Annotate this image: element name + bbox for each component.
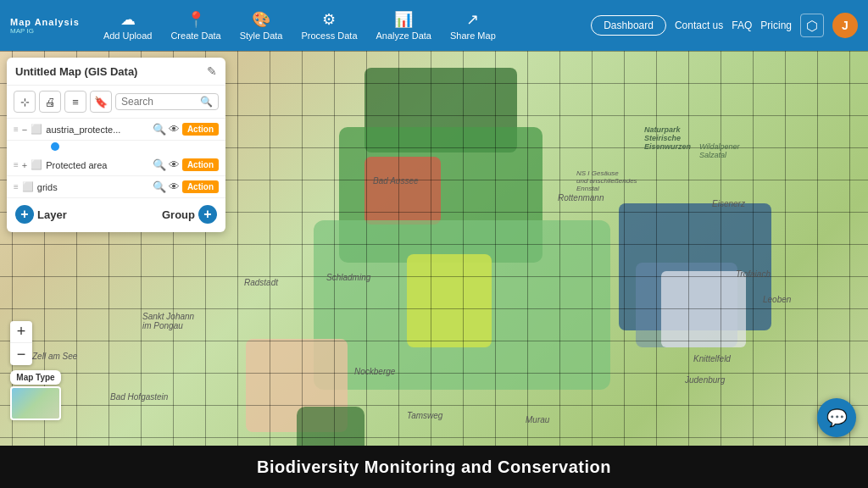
layer-name-1: austria_protecte... (46, 125, 149, 135)
drag-handle-3[interactable]: ≡ (14, 182, 19, 191)
cube-icon[interactable]: ⬡ (800, 14, 824, 37)
logo-area: Map Analysis MAP IG (10, 17, 80, 35)
bottom-title: Biodiversity Monitoring and Conservation (257, 458, 611, 477)
chat-button[interactable]: 💬 (817, 398, 856, 437)
map-controls: + − Map Type (10, 321, 61, 420)
topbar: Map Analysis MAP IG ☁ Add Upload 📍 Creat… (0, 0, 868, 51)
user-avatar[interactable]: J (832, 13, 858, 38)
layer-add-circle: + (15, 205, 34, 224)
bottom-bar: Biodiversity Monitoring and Conservation (0, 446, 868, 488)
nav-style-data-label: Style Data (240, 30, 283, 41)
panel-header: Untitled Map (GIS Data) ✎ (7, 58, 225, 86)
eye-icon-3[interactable]: 👁 (169, 180, 180, 193)
layer-row-protected: ≡ + ⬜ Protected area 🔍 👁 Action (7, 154, 225, 176)
nav-analyze-data-label: Analyze Data (376, 30, 431, 41)
search-layer-icon-1[interactable]: 🔍 (153, 123, 166, 136)
layer-label: Layer (37, 208, 67, 221)
polygon-icon-2: ⬜ (31, 159, 42, 170)
toolbar-row: ⊹ 🖨 ≡ 🔖 🔍 (7, 86, 225, 119)
edit-icon[interactable]: ✎ (207, 64, 217, 78)
color-dot-1 (51, 142, 59, 151)
zoom-buttons: + − (10, 321, 32, 365)
faq-link[interactable]: FAQ (732, 19, 752, 31)
search-layer-icon-3[interactable]: 🔍 (153, 180, 166, 193)
action-button-2[interactable]: Action (182, 158, 219, 171)
nav-style-data[interactable]: 🎨 Style Data (231, 7, 292, 44)
layer-actions-1: 🔍 👁 Action (153, 123, 219, 136)
search-box: 🔍 (115, 93, 219, 110)
nav-add-upload[interactable]: ☁ Add Upload (95, 7, 161, 44)
map-type-badge[interactable]: Map Type (10, 370, 61, 385)
nav-process-data-label: Process Data (301, 30, 357, 41)
layer-actions-3: 🔍 👁 Action (153, 180, 219, 193)
analyze-data-icon: 📊 (394, 10, 413, 29)
panel-title: Untitled Map (GIS Data) (15, 65, 137, 78)
minus-icon-1[interactable]: − (22, 125, 27, 135)
layer-name-2: Protected area (46, 160, 149, 170)
process-data-icon: ⚙ (322, 10, 336, 29)
right-nav: Dashboard Contact us FAQ Pricing ⬡ J (591, 13, 858, 38)
layer-actions-2: 🔍 👁 Action (153, 158, 219, 171)
logo-text: Map Analysis (10, 17, 80, 27)
dashboard-button[interactable]: Dashboard (591, 15, 666, 36)
layer-name-3: grids (37, 182, 149, 192)
layers-tool[interactable]: ≡ (64, 91, 86, 113)
color-dot-row (7, 141, 225, 154)
pricing-link[interactable]: Pricing (760, 19, 792, 31)
group-label: Group (162, 208, 195, 221)
layer-row-grids: ≡ ⬜ grids 🔍 👁 Action (7, 176, 225, 198)
nav-share-map[interactable]: ↗ Share Map (442, 7, 504, 44)
map-thumbnail[interactable] (10, 386, 61, 420)
right-links: Contact us FAQ Pricing (675, 19, 792, 31)
share-map-icon: ↗ (466, 10, 479, 29)
chat-icon: 💬 (826, 408, 848, 428)
nav-create-data-label: Create Data (170, 30, 220, 41)
group-add-circle: + (198, 205, 217, 224)
panel-footer: + Layer Group + (7, 198, 225, 225)
style-data-icon: 🎨 (252, 10, 270, 29)
polygon-icon-1: ⬜ (31, 124, 42, 135)
plus-icon-2[interactable]: + (22, 160, 27, 170)
action-button-1[interactable]: Action (182, 123, 219, 136)
polygon-icon-3: ⬜ (22, 181, 34, 192)
search-input[interactable] (121, 96, 200, 108)
nav-items: ☁ Add Upload 📍 Create Data 🎨 Style Data … (95, 7, 591, 44)
cursor-tool[interactable]: ⊹ (14, 91, 36, 113)
action-button-3[interactable]: Action (182, 180, 219, 193)
zoom-out-button[interactable]: − (10, 343, 32, 365)
layer-row-austria: ≡ − ⬜ austria_protecte... 🔍 👁 Action (7, 119, 225, 141)
bookmark-tool[interactable]: 🔖 (90, 91, 112, 113)
create-data-icon: 📍 (186, 10, 205, 29)
zoom-in-button[interactable]: + (10, 321, 32, 343)
add-upload-icon: ☁ (120, 10, 136, 29)
eye-icon-1[interactable]: 👁 (169, 123, 180, 136)
drag-handle-2[interactable]: ≡ (14, 160, 19, 169)
add-layer-button[interactable]: + Layer (15, 205, 67, 224)
nav-process-data[interactable]: ⚙ Process Data (292, 7, 365, 44)
search-icon[interactable]: 🔍 (200, 96, 213, 108)
layer-panel: Untitled Map (GIS Data) ✎ ⊹ 🖨 ≡ 🔖 🔍 ≡ − … (7, 58, 225, 232)
eye-icon-2[interactable]: 👁 (169, 158, 180, 171)
nav-share-map-label: Share Map (450, 30, 496, 41)
contact-link[interactable]: Contact us (675, 19, 723, 31)
print-tool[interactable]: 🖨 (39, 91, 61, 113)
nav-analyze-data[interactable]: 📊 Analyze Data (368, 7, 440, 44)
logo-sub: MAP IG (10, 27, 34, 35)
add-group-button[interactable]: Group + (162, 205, 217, 224)
search-layer-icon-2[interactable]: 🔍 (153, 158, 166, 171)
nav-create-data[interactable]: 📍 Create Data (162, 7, 229, 44)
drag-handle-1[interactable]: ≡ (14, 125, 19, 134)
nav-add-upload-label: Add Upload (103, 30, 153, 41)
